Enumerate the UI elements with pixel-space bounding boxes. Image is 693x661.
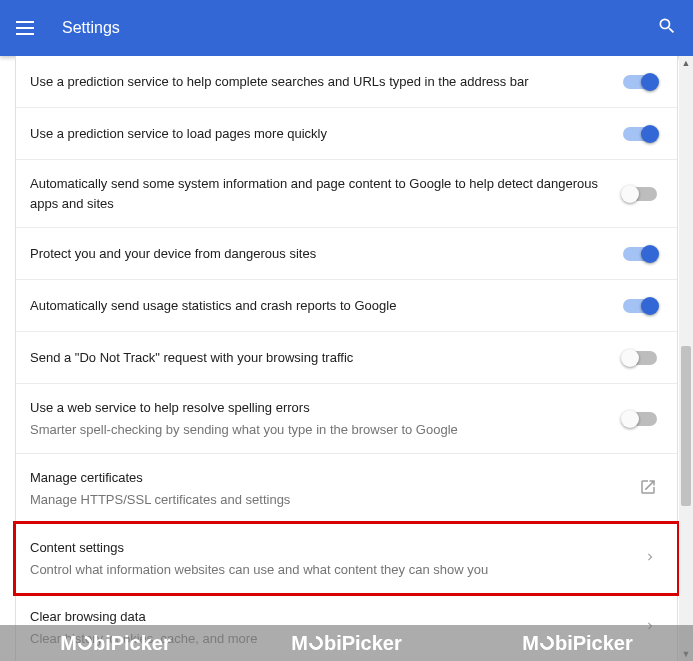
row-title: Protect you and your device from dangero… [30, 244, 611, 264]
settings-row[interactable]: Protect you and your device from dangero… [16, 228, 677, 280]
row-text: Use a prediction service to help complet… [30, 72, 623, 92]
row-subtitle: Smarter spell-checking by sending what y… [30, 420, 611, 440]
search-icon[interactable] [657, 16, 677, 40]
toggle-switch[interactable] [623, 351, 657, 365]
external-link-icon[interactable] [639, 478, 657, 500]
row-text: Send a "Do Not Track" request with your … [30, 348, 623, 368]
row-subtitle: Clear history, cookies, cache, and more [30, 629, 631, 649]
toggle-switch[interactable] [623, 247, 657, 261]
row-text: Protect you and your device from dangero… [30, 244, 623, 264]
page-title: Settings [62, 19, 657, 37]
row-text: Automatically send some system informati… [30, 174, 623, 213]
scroll-up-icon[interactable]: ▲ [679, 56, 693, 70]
app-header: Settings [0, 0, 693, 56]
row-title: Use a web service to help resolve spelli… [30, 398, 611, 418]
settings-row[interactable]: Manage certificatesManage HTTPS/SSL cert… [16, 454, 677, 524]
row-title: Clear browsing data [30, 607, 631, 627]
toggle-switch[interactable] [623, 75, 657, 89]
scroll-thumb[interactable] [681, 346, 691, 506]
row-title: Manage certificates [30, 468, 627, 488]
settings-row[interactable]: Automatically send some system informati… [16, 160, 677, 228]
settings-row[interactable]: Clear browsing dataClear history, cookie… [16, 593, 677, 661]
scroll-down-icon[interactable]: ▼ [679, 647, 693, 661]
row-text: Content settingsControl what information… [30, 538, 643, 579]
row-subtitle: Manage HTTPS/SSL certificates and settin… [30, 490, 627, 510]
settings-row[interactable]: Content settingsControl what information… [13, 521, 680, 596]
settings-row[interactable]: Automatically send usage statistics and … [16, 280, 677, 332]
hamburger-icon[interactable] [16, 16, 40, 40]
row-subtitle: Control what information websites can us… [30, 560, 631, 580]
row-text: Clear browsing dataClear history, cookie… [30, 607, 643, 648]
settings-row[interactable]: Use a web service to help resolve spelli… [16, 384, 677, 454]
row-title: Content settings [30, 538, 631, 558]
toggle-switch[interactable] [623, 187, 657, 201]
settings-row[interactable]: Use a prediction service to help complet… [16, 56, 677, 108]
row-title: Send a "Do Not Track" request with your … [30, 348, 611, 368]
row-text: Manage certificatesManage HTTPS/SSL cert… [30, 468, 639, 509]
toggle-switch[interactable] [623, 127, 657, 141]
chevron-right-icon [643, 619, 657, 637]
row-title: Automatically send usage statistics and … [30, 296, 611, 316]
chevron-right-icon [643, 550, 657, 568]
row-title: Use a prediction service to help complet… [30, 72, 611, 92]
row-text: Use a prediction service to load pages m… [30, 124, 623, 144]
toggle-switch[interactable] [623, 412, 657, 426]
settings-row[interactable]: Use a prediction service to load pages m… [16, 108, 677, 160]
row-text: Use a web service to help resolve spelli… [30, 398, 623, 439]
settings-scroll-area[interactable]: Use a prediction service to help complet… [0, 56, 693, 661]
toggle-switch[interactable] [623, 299, 657, 313]
row-title: Automatically send some system informati… [30, 174, 611, 213]
row-title: Use a prediction service to load pages m… [30, 124, 611, 144]
scrollbar[interactable]: ▲ ▼ [679, 56, 693, 661]
row-text: Automatically send usage statistics and … [30, 296, 623, 316]
settings-row[interactable]: Send a "Do Not Track" request with your … [16, 332, 677, 384]
